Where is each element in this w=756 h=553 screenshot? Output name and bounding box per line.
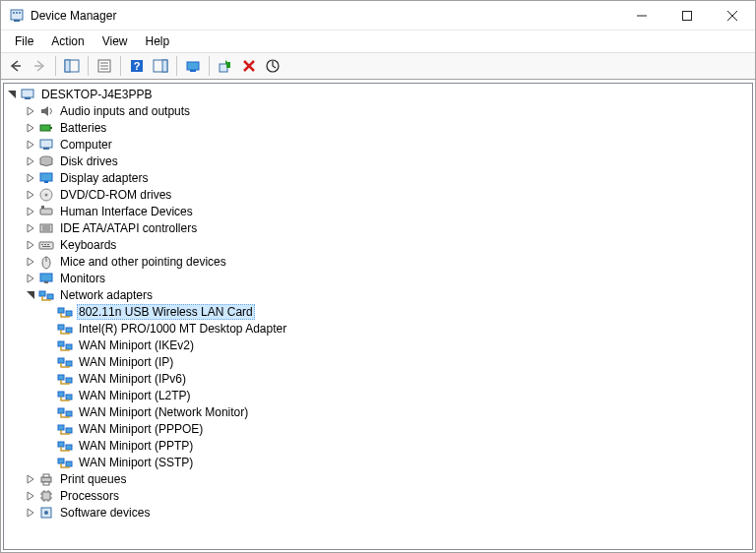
expand-icon[interactable] [23,137,38,153]
svg-rect-77 [43,474,49,477]
tree-category[interactable]: Software devices [4,504,752,521]
tree-device[interactable]: WAN Miniport (Network Monitor) [4,403,752,420]
tree-category[interactable]: Processors [4,487,752,504]
help-button[interactable]: ? [126,55,148,77]
network-icon [38,287,54,303]
tree-category[interactable]: Batteries [4,119,752,136]
tree-category[interactable]: Computer [4,136,752,153]
tree-category[interactable]: Keyboards [4,236,752,253]
title-bar: Device Manager [1,1,755,31]
svg-rect-21 [187,62,199,70]
svg-rect-1 [14,20,20,22]
tree-item-label: Mice and other pointing devices [58,255,228,269]
menu-file[interactable]: File [7,32,41,50]
toolbar-separator [176,56,177,76]
svg-rect-31 [50,127,52,129]
minimize-button[interactable] [619,1,664,30]
svg-rect-78 [43,482,49,485]
maximize-button[interactable] [664,1,710,30]
expand-icon[interactable] [23,204,38,219]
tree-item-label: WAN Miniport (SSTP) [77,456,195,469]
svg-rect-59 [66,328,72,333]
tree-device[interactable]: WAN Miniport (L2TP) [4,387,752,403]
svg-rect-67 [66,395,72,399]
expand-icon[interactable] [23,471,38,487]
tree-category[interactable]: Monitors [4,270,752,286]
uninstall-device-button[interactable] [238,55,260,77]
expand-icon[interactable] [23,120,38,136]
network-icon [57,421,73,437]
device-tree[interactable]: DESKTOP-J4E3PPBAudio inputs and outputsB… [3,83,753,550]
tree-category[interactable]: Human Interface Devices [4,203,752,219]
tree-item-label: 802.11n USB Wireless LAN Card [77,304,255,320]
svg-rect-64 [58,375,64,380]
tree-category[interactable]: Print queues [4,470,752,487]
expand-icon[interactable] [23,170,38,186]
scan-hardware-button[interactable] [262,55,284,77]
tree-category[interactable]: Mice and other pointing devices [4,253,752,270]
tree-item-label: Print queues [58,472,128,486]
svg-rect-52 [40,274,52,281]
update-driver-button[interactable] [182,55,204,77]
computer-icon [20,87,35,102]
tree-device[interactable]: WAN Miniport (IPv6) [4,370,752,387]
tree-item-label: Batteries [58,121,108,135]
network-icon [57,455,73,470]
network-icon [57,304,73,320]
tree-device[interactable]: WAN Miniport (IP) [4,353,752,370]
tree-category[interactable]: DVD/CD-ROM drives [4,186,752,203]
forward-button[interactable] [29,55,50,77]
expand-icon[interactable] [23,488,38,504]
tree-device[interactable]: WAN Miniport (PPPOE) [4,420,752,437]
svg-rect-60 [58,341,64,346]
tree-device[interactable]: Intel(R) PRO/1000 MT Desktop Adapter [4,320,752,337]
svg-rect-33 [43,148,49,150]
tree-category[interactable]: Audio inputs and outputs [4,102,752,119]
tree-device[interactable]: WAN Miniport (PPTP) [4,437,752,454]
tree-device[interactable]: WAN Miniport (SSTP) [4,454,752,470]
tree-category[interactable]: IDE ATA/ATAPI controllers [4,219,752,236]
expand-icon[interactable] [23,220,38,236]
expand-icon[interactable] [23,103,38,119]
tree-device[interactable]: 802.11n USB Wireless LAN Card [4,303,752,320]
tree-item-label: Computer [58,138,114,152]
svg-rect-45 [39,242,53,249]
tree-category[interactable]: Disk drives [4,153,752,169]
tree-item-label: WAN Miniport (IPv6) [77,372,188,386]
show-hide-action-pane-button[interactable] [150,55,171,77]
svg-rect-71 [66,428,72,433]
svg-point-89 [44,511,48,515]
back-button[interactable] [5,55,27,77]
menu-action[interactable]: Action [43,32,92,50]
software-icon [38,505,54,521]
toolbar-separator [120,56,121,76]
svg-rect-30 [40,125,50,131]
tree-category[interactable]: Network adapters [4,286,752,303]
expand-icon[interactable] [23,237,38,253]
tree-item-label: DESKTOP-J4E3PPB [39,88,155,101]
expand-icon[interactable] [23,254,38,270]
svg-rect-32 [40,140,52,148]
keyboard-icon [38,237,54,253]
network-icon [57,438,73,454]
tree-device[interactable]: WAN Miniport (IKEv2) [4,337,752,353]
collapse-icon[interactable] [23,287,38,303]
show-hide-console-tree-button[interactable] [61,55,83,77]
tree-category[interactable]: Display adapters [4,169,752,186]
properties-button[interactable] [94,55,115,77]
battery-icon [38,120,54,136]
close-button[interactable] [710,1,755,30]
tree-root[interactable]: DESKTOP-J4E3PPB [4,86,752,102]
menu-help[interactable]: Help [138,32,178,50]
network-icon [57,354,73,370]
enable-device-button[interactable] [215,55,236,77]
expand-icon[interactable] [23,271,38,286]
expand-icon[interactable] [23,505,38,521]
svg-rect-49 [42,246,50,247]
svg-rect-24 [226,62,230,68]
collapse-icon[interactable] [4,87,20,102]
menu-view[interactable]: View [94,32,136,50]
expand-icon[interactable] [23,154,38,169]
svg-point-38 [45,193,48,196]
expand-icon[interactable] [23,187,38,203]
